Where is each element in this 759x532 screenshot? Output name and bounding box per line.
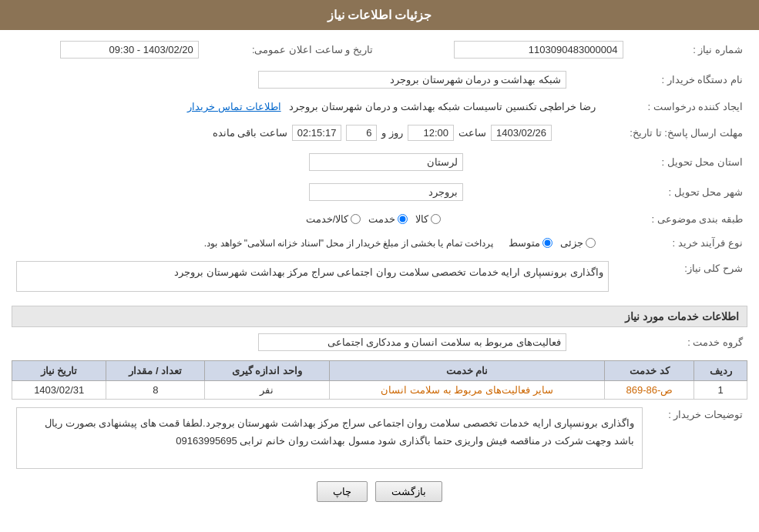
tarikh-value: 1403/02/26 xyxy=(491,125,552,141)
ijad-label: ایجاد کننده درخواست : xyxy=(600,98,747,115)
shahr-label: شهر محل تحویل : xyxy=(468,180,747,204)
chap-button[interactable]: چاپ xyxy=(317,481,368,502)
col-radif: ردیف xyxy=(694,361,747,381)
table-row: 1 ص-86-869 سایر فعالیت‌های مربوط به سلام… xyxy=(12,381,747,400)
col-name: نام خدمت xyxy=(329,361,605,381)
roz-label: روز و xyxy=(381,127,403,139)
col-count: تعداد / مقدار xyxy=(106,361,205,381)
page-title: جزئیات اطلاعات نیاز xyxy=(327,8,432,22)
col-unit: واحد اندازه گیری xyxy=(205,361,329,381)
ostan-label: استان محل تحویل : xyxy=(468,150,747,174)
baqi-value: 02:15:17 xyxy=(292,125,342,141)
shomara-niaz-label: شماره نیاز : xyxy=(628,38,747,62)
service-info-header: اطلاعات خدمات مورد نیاز xyxy=(12,306,747,327)
bazgasht-button[interactable]: بازگشت xyxy=(375,481,442,502)
saat-label: ساعت xyxy=(458,127,486,139)
ijad-value: رضا خراطچی تکنسین تاسیسات شبکه بهداشت و … xyxy=(289,101,596,112)
roz-value: 6 xyxy=(346,125,377,141)
nam-dastgah-value: شبکه بهداشت و درمان شهرستان بروجرد xyxy=(258,71,566,89)
cell-name: سایر فعالیت‌های مربوط به سلامت انسان xyxy=(329,381,605,400)
tozihat-value: واگذاری برونسپاری ارایه خدمات تخصصی سلام… xyxy=(16,407,643,469)
ostan-value: لرستان xyxy=(309,153,463,171)
sharh-value: واگذاری برونسپاری ارایه خدمات تخصصی سلام… xyxy=(16,261,609,292)
shomara-niaz-value: 1103090483000004 xyxy=(454,41,623,59)
saat-value: 12:00 xyxy=(408,125,454,141)
col-date: تاریخ نیاز xyxy=(12,361,106,381)
tarikh-elam-value: 1403/02/20 - 09:30 xyxy=(60,41,199,59)
page-header: جزئیات اطلاعات نیاز xyxy=(0,0,759,30)
col-code: کد خدمت xyxy=(605,361,694,381)
grooh-label: گروه خدمت : xyxy=(571,330,747,354)
mohlat-label: مهلت ارسال پاسخ: تا تاریخ: xyxy=(556,122,747,144)
nam-dastgah-label: نام دستگاه خریدار : xyxy=(571,68,747,92)
tabaqe-label: طبقه بندی موضوعی : xyxy=(445,210,747,228)
radio-jozi[interactable]: جزئی xyxy=(560,237,596,249)
shahr-value: بروجرد xyxy=(309,183,463,201)
cell-date: 1403/02/31 xyxy=(12,381,106,400)
radio-motavaset[interactable]: متوسط xyxy=(509,237,552,249)
tozihat-label: توضیحات خریدار : xyxy=(647,404,747,472)
tabaqe-radio-group: کالا خدمت کالا/خدمت xyxy=(16,213,441,225)
cell-radif: 1 xyxy=(694,381,747,400)
farayand-radio-group: جزئی متوسط پرداخت تمام یا بخشی از مبلغ خ… xyxy=(16,237,596,249)
cell-count: 8 xyxy=(106,381,205,400)
nooe-farayand-label: نوع فرآیند خرید : xyxy=(600,234,747,252)
cell-code: ص-86-869 xyxy=(605,381,694,400)
grooh-value: فعالیت‌های مربوط به سلامت انسان و مددکار… xyxy=(258,333,566,351)
tarikh-elam-label: تاریخ و ساعت اعلان عمومی: xyxy=(203,38,396,62)
radio-kala[interactable]: کالا xyxy=(415,213,441,225)
services-table: ردیف کد خدمت نام خدمت واحد اندازه گیری ت… xyxy=(12,360,747,400)
radio-kala-khedmat[interactable]: کالا/خدمت xyxy=(306,213,361,225)
farayand-desc: پرداخت تمام یا بخشی از مبلغ خریدار از مح… xyxy=(204,238,493,249)
buttons-row: بازگشت چاپ xyxy=(12,481,747,502)
radio-khedmat[interactable]: خدمت xyxy=(368,213,408,225)
contact-link[interactable]: اطلاعات تماس خریدار xyxy=(187,101,280,112)
baqi-label: ساعت باقی مانده xyxy=(213,127,287,139)
sharh-label: شرح کلی نیاز: xyxy=(613,258,747,299)
cell-unit: نفر xyxy=(205,381,329,400)
